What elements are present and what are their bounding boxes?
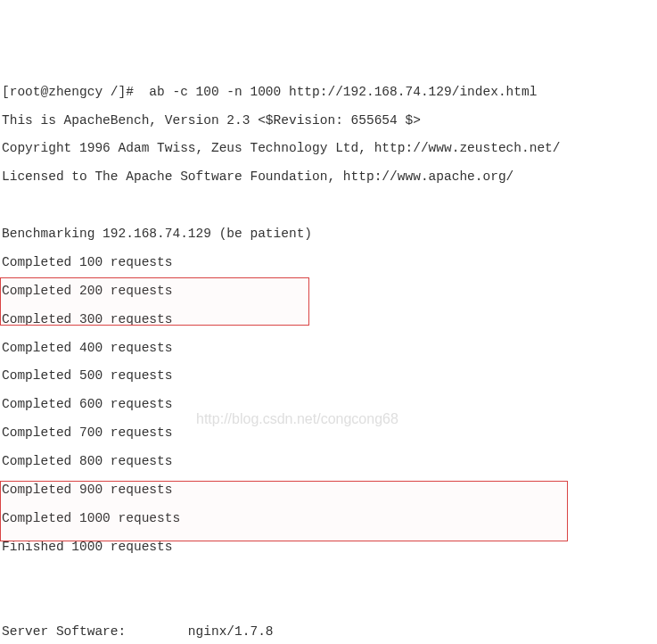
progress-line: Completed 800 requests <box>2 455 657 469</box>
ab-header-line: Licensed to The Apache Software Foundati… <box>2 170 657 185</box>
progress-line: Completed 1000 requests <box>2 512 657 526</box>
label: Server Software: <box>2 624 126 639</box>
server-software-line: Server Software: nginx/1.7.8 <box>2 625 657 640</box>
progress-line: Completed 200 requests <box>2 285 657 299</box>
progress-line: Completed 400 requests <box>2 342 657 356</box>
value: nginx/1.7.8 <box>188 624 274 639</box>
progress-line: Completed 900 requests <box>2 483 657 498</box>
progress-line: Completed 700 requests <box>2 426 657 441</box>
progress-line: Completed 600 requests <box>2 398 657 412</box>
terminal-output: [root@zhengcy /]# ab -c 100 -n 1000 http… <box>0 71 657 644</box>
shell-prompt: [root@zhengcy /]# ab -c 100 -n 1000 http… <box>2 86 657 100</box>
blank-line <box>2 199 657 213</box>
progress-line: Completed 500 requests <box>2 369 657 384</box>
ab-header-line: Copyright 1996 Adam Twiss, Zeus Technolo… <box>2 142 657 156</box>
blank-line <box>2 569 657 583</box>
progress-line: Finished 1000 requests <box>2 541 657 555</box>
progress-line: Completed 300 requests <box>2 313 657 327</box>
progress-line: Completed 100 requests <box>2 256 657 270</box>
benchmarking-line: Benchmarking 192.168.74.129 (be patient) <box>2 227 657 242</box>
blank-line <box>2 597 657 611</box>
ab-header-line: This is ApacheBench, Version 2.3 <$Revis… <box>2 114 657 128</box>
